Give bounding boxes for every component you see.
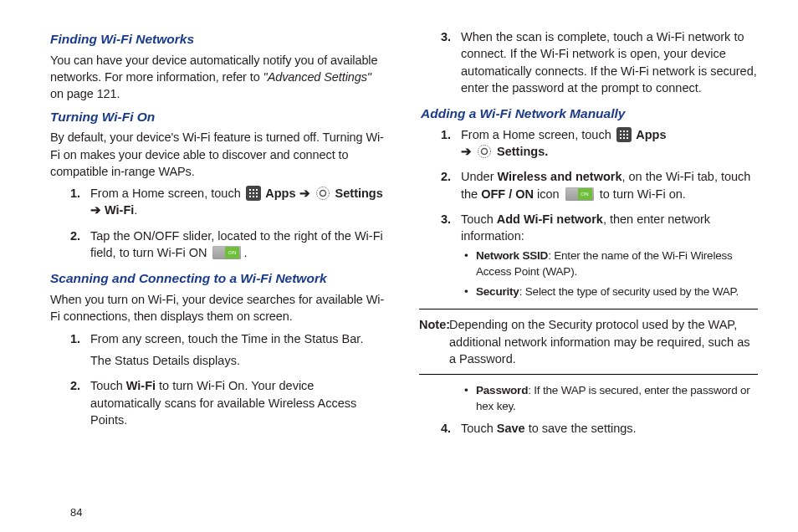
text: .: [134, 203, 137, 217]
label-add-wifi-network: Add Wi-Fi network: [497, 212, 603, 226]
label-settings: Settings.: [494, 145, 548, 158]
text: From any screen, touch the Time in the S…: [90, 330, 387, 347]
page-number: 84: [70, 505, 82, 520]
para-finding-wifi: You can have your device automatically n…: [50, 52, 387, 103]
text: Touch: [90, 379, 126, 392]
apps-icon: [616, 127, 632, 142]
text: From a Home screen, touch: [90, 187, 244, 200]
heading-adding-manually: Adding a Wi-Fi Network Manually: [421, 105, 758, 123]
step-2: Under Wireless and network, on the Wi-Fi…: [421, 168, 758, 202]
label-wifi: Wi-Fi: [126, 379, 156, 392]
label-security: Security: [476, 285, 519, 298]
label-wireless-network: Wireless and network: [498, 170, 622, 183]
label-off-on: OFF / ON: [481, 187, 534, 201]
on-toggle-icon: [565, 187, 594, 201]
bullet-ssid: Network SSID: Enter the name of the Wi-F…: [461, 248, 758, 280]
steps-scanning: From any screen, touch the Time in the S…: [50, 330, 387, 428]
steps-scanning-cont: When the scan is complete, touch a Wi-Fi…: [421, 28, 758, 96]
steps-adding-cont: Touch Save to save the settings.: [421, 420, 758, 437]
text: .: [243, 246, 247, 259]
text: on page 121.: [50, 87, 120, 100]
text: Touch: [461, 212, 497, 226]
heading-finding-wifi: Finding Wi-Fi Networks: [50, 30, 387, 49]
label-save: Save: [497, 422, 525, 435]
note-block: Note: Depending on the Security protocol…: [419, 309, 758, 375]
bullet-security: Security: Select the type of security us…: [461, 284, 758, 300]
text: to save the settings.: [525, 422, 637, 435]
on-toggle-icon: [212, 246, 241, 259]
text: Touch: [461, 422, 497, 435]
step-2: Tap the ON/OFF slider, located to the ri…: [50, 228, 387, 262]
bullets-after-note: Password: If the WAP is secured, enter t…: [421, 383, 758, 415]
svg-point-1: [320, 191, 325, 197]
label-network-ssid: Network SSID: [476, 249, 548, 262]
label-apps: Apps: [633, 128, 667, 141]
step-1: From a Home screen, touch Apps ➔ Setting…: [421, 126, 758, 161]
label-apps: Apps: [263, 187, 296, 200]
label-password: Password: [476, 384, 528, 396]
note-label: Note:: [419, 316, 450, 333]
settings-icon: [315, 186, 330, 201]
text: From a Home screen, touch: [461, 128, 615, 141]
apps-icon: [246, 186, 261, 201]
text: Under: [461, 170, 498, 183]
text: to turn Wi-Fi on.: [596, 187, 686, 201]
arrow-icon: ➔: [296, 187, 314, 200]
para-turning-wifi: By default, your device's Wi-Fi feature …: [50, 129, 387, 180]
svg-point-3: [482, 149, 488, 155]
svg-point-2: [478, 146, 491, 158]
para-scanning: When you turn on Wi-Fi, your device sear…: [50, 291, 387, 325]
svg-point-0: [316, 187, 329, 200]
step-1: From any screen, touch the Time in the S…: [50, 330, 387, 370]
step-2: Touch Wi-Fi to turn Wi-Fi On. Your devic…: [50, 377, 387, 428]
note-text: Depending on the Security protocol used …: [449, 318, 749, 366]
ref-advanced-settings: "Advanced Settings": [263, 70, 371, 84]
step-3: When the scan is complete, touch a Wi-Fi…: [421, 28, 758, 96]
heading-turning-wifi-on: Turning Wi-Fi On: [50, 108, 387, 126]
arrow-icon: ➔: [90, 203, 105, 217]
right-column: When the scan is complete, touch a Wi-Fi…: [421, 25, 758, 515]
step-1: From a Home screen, touch Apps ➔ Setting…: [50, 185, 387, 219]
step-3: Touch Add Wi-Fi network, then enter netw…: [421, 211, 758, 300]
manual-page: Finding Wi-Fi Networks You can have your…: [0, 0, 798, 532]
text: The Status Details displays.: [90, 352, 387, 369]
left-column: Finding Wi-Fi Networks You can have your…: [50, 25, 387, 515]
arrow-icon: ➔: [461, 145, 475, 158]
label-settings: Settings: [332, 187, 383, 200]
bullets-network-info: Network SSID: Enter the name of the Wi-F…: [461, 248, 758, 301]
steps-turning-wifi: From a Home screen, touch Apps ➔ Setting…: [50, 185, 387, 261]
step-4: Touch Save to save the settings.: [421, 420, 758, 437]
settings-icon: [477, 144, 492, 159]
steps-adding: From a Home screen, touch Apps ➔ Setting…: [421, 126, 758, 300]
label-wifi: Wi-Fi: [105, 203, 134, 217]
heading-scanning-connecting: Scanning and Connecting to a Wi-Fi Netwo…: [50, 269, 387, 288]
text: icon: [534, 187, 563, 201]
bullet-password: Password: If the WAP is secured, enter t…: [461, 383, 758, 415]
text: : Select the type of security used by th…: [519, 285, 739, 298]
